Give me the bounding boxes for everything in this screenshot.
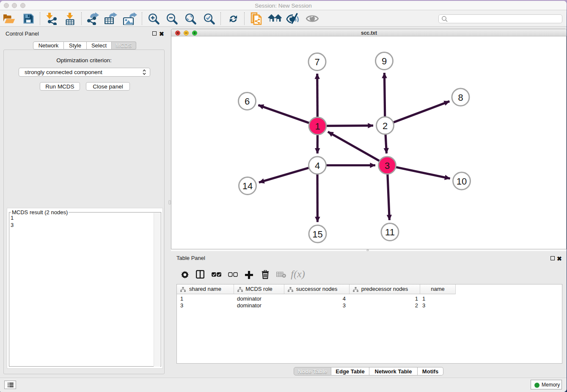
svg-text:9: 9: [382, 56, 387, 66]
svg-text:7: 7: [314, 57, 319, 67]
svg-text:11: 11: [385, 227, 395, 237]
svg-text:4: 4: [315, 160, 320, 171]
svg-text:8: 8: [458, 92, 463, 103]
svg-text:14: 14: [242, 181, 253, 191]
svg-text:1: 1: [315, 121, 320, 132]
svg-text:15: 15: [312, 229, 322, 240]
svg-text:10: 10: [457, 176, 467, 187]
svg-text:2: 2: [383, 121, 388, 131]
svg-text:3: 3: [385, 160, 390, 171]
svg-text:6: 6: [245, 96, 250, 107]
